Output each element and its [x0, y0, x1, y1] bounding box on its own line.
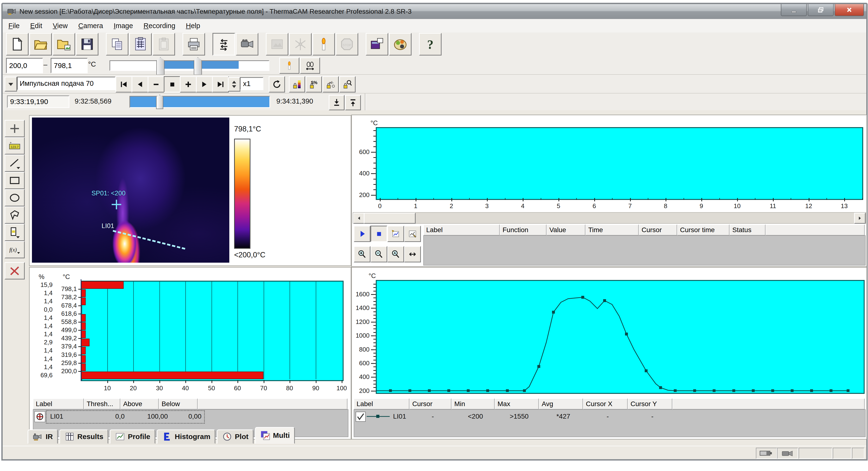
hist-col-above[interactable]: Above — [120, 399, 159, 410]
hist-col-thresh[interactable]: Thresh... — [84, 399, 120, 410]
new-session-button[interactable] — [6, 33, 29, 56]
mark-end-button[interactable] — [345, 95, 361, 110]
profile-col-cursor-x[interactable]: Cursor X — [583, 399, 628, 410]
print-button[interactable] — [183, 33, 205, 56]
thermal-image[interactable]: SP01: <200 LI01 — [32, 118, 229, 263]
spotmeter-cross-icon[interactable] — [111, 199, 122, 210]
first-frame-button[interactable] — [116, 76, 132, 92]
title-bar[interactable]: New session [E:\Работа\Дисер\Эсперимента… — [3, 4, 866, 19]
spot-tool-button[interactable] — [5, 120, 25, 137]
zoom-out-button[interactable] — [371, 246, 387, 262]
copy-values-button[interactable] — [129, 33, 152, 56]
interval-adjust-button[interactable] — [300, 57, 320, 74]
flame-button[interactable] — [312, 33, 335, 56]
open-button[interactable] — [29, 33, 52, 56]
time-slider-handle[interactable] — [156, 95, 163, 109]
fit-width-button[interactable] — [213, 33, 235, 56]
profile-col-max[interactable]: Max — [495, 399, 539, 410]
range-low-input[interactable] — [6, 58, 43, 73]
lock-scale-button[interactable]: S% — [306, 76, 322, 92]
plot-col-value[interactable]: Value — [547, 225, 585, 235]
tab-ir[interactable]: IR — [28, 430, 58, 444]
speed-spinner[interactable] — [228, 77, 240, 92]
palette-button[interactable] — [389, 33, 411, 56]
plot-col-time[interactable]: Time — [585, 225, 639, 235]
profile-row-checkbox[interactable] — [355, 412, 366, 422]
delete-tool-button[interactable] — [5, 262, 25, 279]
tab-results[interactable]: Results — [59, 430, 108, 444]
pan-button[interactable] — [404, 246, 421, 262]
range-slider-track[interactable] — [110, 60, 270, 71]
help-button[interactable]: ? — [419, 33, 441, 56]
plot-col-status[interactable]: Status — [730, 225, 766, 235]
lock-palette-button[interactable] — [289, 76, 305, 92]
menu-help[interactable]: Help — [186, 22, 200, 30]
range-low-handle[interactable] — [156, 57, 164, 75]
sequence-name-input[interactable] — [17, 77, 116, 90]
tab-histogram[interactable]: Histogram — [157, 430, 215, 444]
menu-edit[interactable]: Edit — [30, 22, 42, 30]
line-tool-button[interactable] — [5, 154, 25, 172]
scroll-thumb[interactable] — [364, 213, 415, 224]
plot-play-button[interactable] — [354, 226, 371, 242]
profile-col-cursor[interactable]: Cursor — [409, 399, 452, 410]
stop-play-button[interactable] — [164, 76, 181, 92]
polygon-tool-button[interactable] — [5, 206, 25, 224]
plot-settings-button[interactable] — [404, 226, 421, 242]
plot-col-label[interactable]: Label — [423, 225, 500, 235]
menu-camera[interactable]: Camera — [78, 22, 103, 30]
scroll-left-button[interactable] — [353, 213, 365, 224]
zoom-all-button[interactable]: A — [387, 246, 404, 262]
lock-zoom-button[interactable] — [339, 76, 355, 92]
ellipse-tool-button[interactable] — [5, 189, 25, 206]
menu-recording[interactable]: Recording — [144, 22, 175, 30]
sequence-dropdown-button[interactable] — [5, 77, 17, 92]
plot-col-cursor[interactable]: Cursor — [639, 225, 677, 235]
last-frame-button[interactable] — [212, 76, 229, 92]
connect-camera-button[interactable] — [236, 33, 258, 56]
lock-levels-button[interactable]: +/- — [322, 76, 339, 92]
range-high-handle[interactable] — [194, 57, 202, 75]
hist-col-below[interactable]: Below — [159, 399, 197, 410]
plot-h-scrollbar[interactable] — [353, 212, 866, 224]
copy-button[interactable] — [106, 33, 128, 56]
mark-start-button[interactable] — [329, 95, 345, 110]
profile-col-min[interactable]: Min — [452, 399, 495, 410]
close-button[interactable] — [835, 4, 864, 16]
open-image-button[interactable] — [53, 33, 75, 56]
menu-file[interactable]: File — [8, 22, 20, 30]
rect-tool-button[interactable] — [5, 172, 25, 189]
formula-tool-button[interactable]: f(x) — [5, 241, 25, 258]
prev-frame-button[interactable] — [131, 76, 148, 92]
profile-col-avg[interactable]: Avg — [539, 399, 583, 410]
time-slider-track[interactable] — [129, 96, 270, 108]
hist-col-label[interactable]: Label — [33, 399, 84, 410]
tab-multi[interactable]: Multi — [255, 427, 295, 444]
plot-col-function[interactable]: Function — [500, 225, 547, 235]
profile-col-cursor-y[interactable]: Cursor Y — [628, 399, 672, 410]
copy-window-button[interactable] — [366, 33, 388, 56]
menu-image[interactable]: Image — [114, 22, 133, 30]
scroll-right-button[interactable] — [854, 213, 866, 224]
range-high-input[interactable] — [51, 58, 88, 73]
spotmeter-tool-button[interactable]: +123.7 — [5, 137, 25, 154]
restore-button[interactable] — [808, 4, 834, 16]
save-button[interactable] — [76, 33, 98, 56]
isotherm-tool-button[interactable] — [5, 224, 25, 241]
isotherm-marker-icon[interactable] — [34, 411, 45, 422]
plot-add-button[interactable] — [387, 226, 404, 242]
zoom-in-button[interactable] — [354, 246, 371, 262]
faster-button[interactable] — [180, 76, 197, 92]
flame-autoadjust-button[interactable] — [279, 57, 300, 74]
menu-view[interactable]: View — [53, 22, 68, 30]
loop-button[interactable] — [269, 76, 285, 92]
tab-profile[interactable]: Profile — [110, 430, 155, 444]
next-frame-button[interactable] — [196, 76, 213, 92]
profile-col-label[interactable]: Label — [354, 399, 409, 410]
minimize-button[interactable] — [781, 4, 807, 16]
slower-button[interactable] — [148, 76, 164, 92]
tab-plot[interactable]: Plot — [217, 430, 253, 444]
plot-stop-button[interactable] — [371, 226, 387, 242]
plot-col-cursor-time[interactable]: Cursor time — [677, 225, 730, 235]
profile-line[interactable] — [113, 230, 185, 250]
